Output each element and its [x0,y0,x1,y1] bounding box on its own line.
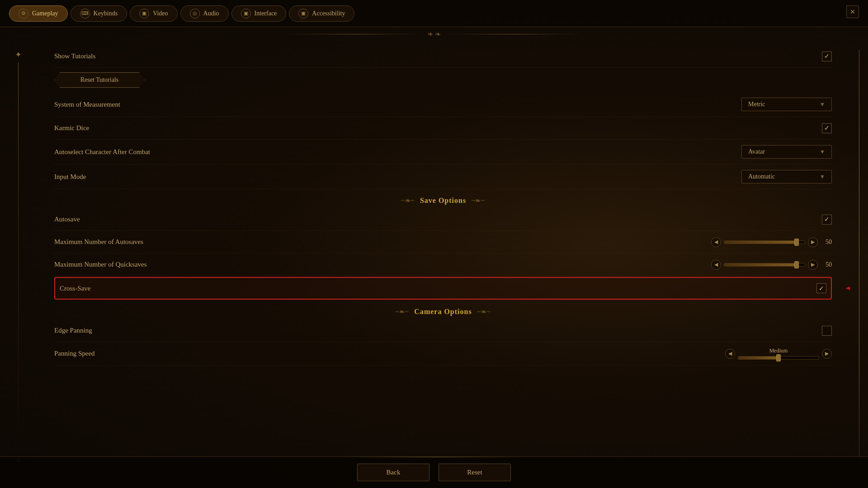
tab-keybinds[interactable]: ⌨ Keybinds [71,5,127,22]
tab-gameplay[interactable]: ⚙ Gameplay [9,5,68,22]
sidebar-line: ✦ ✦ [0,45,36,465]
right-vertical-line [859,50,859,465]
max-autosaves-row: Maximum Number of Autosaves ◀ ▶ 50 [54,231,832,253]
tab-accessibility[interactable]: ▣ Accessibility [289,5,354,22]
input-mode-row: Input Mode Automatic ▼ [54,164,832,189]
panning-speed-thumb[interactable] [776,354,781,361]
keybinds-icon: ⌨ [80,9,90,19]
max-autosaves-decrease[interactable]: ◀ [711,237,721,247]
sidebar-top-ornament: ✦ [15,50,22,60]
autosave-row: Autosave [54,208,832,231]
tab-keybinds-label: Keybinds [94,10,118,17]
settings-list: Show Tutorials Reset Tutorials System of… [36,45,850,465]
max-quicksaves-track [724,263,805,267]
autosave-label: Autosave [54,216,80,223]
cross-save-control [816,283,826,293]
tab-audio[interactable]: ◎ Audio [180,5,229,22]
sidebar-vertical-line [18,62,19,453]
video-icon: ▣ [139,9,149,19]
show-tutorials-checkbox[interactable] [822,52,832,61]
tab-interface[interactable]: ▣ Interface [231,5,287,22]
system-measurement-label: System of Measurement [54,101,120,108]
karmic-dice-checkbox[interactable] [822,123,832,133]
panning-speed-value-label: Medium [769,347,788,354]
tab-video[interactable]: ▣ Video [130,5,177,22]
show-tutorials-control [822,52,832,61]
karmic-dice-label: Karmic Dice [54,124,89,132]
cross-save-label: Cross-Save [60,285,90,292]
max-autosaves-control: ◀ ▶ 50 [711,237,832,247]
autoselect-label: Autoselect Character After Combat [54,148,150,156]
autosave-control [822,215,832,225]
show-tutorials-label: Show Tutorials [54,52,95,60]
divider-line-right [445,34,581,34]
edge-panning-checkbox[interactable] [822,326,832,336]
tab-audio-label: Audio [203,10,219,17]
save-options-deco-right: ~❧~ [472,197,485,205]
karmic-dice-row: Karmic Dice [54,117,832,140]
max-quicksaves-increase[interactable]: ▶ [808,260,818,270]
input-mode-label: Input Mode [54,173,86,181]
accessibility-icon: ▣ [298,9,308,19]
autoselect-value: Avatar [748,148,765,155]
cross-save-row: Cross-Save [54,277,832,300]
max-autosaves-fill [724,241,797,244]
input-mode-control: Automatic ▼ [741,170,832,183]
camera-options-deco-left: ~❧~ [396,308,409,316]
max-quicksaves-label: Maximum Number of Quicksaves [54,261,147,268]
panning-speed-slider-wrapper: Medium [738,347,819,360]
cross-save-checkbox[interactable] [816,283,826,293]
save-options-deco-left: ~❧~ [401,197,415,205]
edge-panning-control [822,326,832,336]
max-quicksaves-decrease[interactable]: ◀ [711,260,721,270]
edge-panning-row: Edge Panning [54,319,832,342]
divider-line-left [287,34,423,34]
panning-speed-label: Panning Speed [54,350,95,357]
save-options-header: ~❧~ Save Options ~❧~ [54,189,832,208]
max-autosaves-thumb[interactable] [794,239,799,246]
system-measurement-control: Metric ▼ [741,98,832,111]
audio-icon: ◎ [190,9,200,19]
panning-speed-control: ◀ Medium ▶ [725,347,832,360]
top-divider: ❧ ❧ [0,27,868,41]
divider-ornament: ❧ ❧ [427,30,441,38]
panning-speed-decrease[interactable]: ◀ [725,349,735,359]
input-mode-value: Automatic [748,173,775,180]
autoselect-control: Avatar ▼ [741,145,832,159]
max-quicksaves-control: ◀ ▶ 50 [711,260,832,270]
edge-panning-label: Edge Panning [54,327,92,334]
max-quicksaves-thumb[interactable] [794,261,799,268]
system-measurement-row: System of Measurement Metric ▼ [54,92,832,117]
max-autosaves-label: Maximum Number of Autosaves [54,238,143,246]
max-quicksaves-row: Maximum Number of Quicksaves ◀ ▶ 50 [54,253,832,276]
cross-save-container: Cross-Save [54,277,832,300]
max-quicksaves-fill [724,263,797,266]
close-button[interactable]: ✕ [846,5,859,18]
autoselect-arrow: ▼ [820,149,825,155]
input-mode-dropdown[interactable]: Automatic ▼ [741,170,832,183]
max-quicksaves-value: 50 [821,261,832,268]
interface-icon: ▣ [241,9,251,19]
autosave-checkbox[interactable] [822,215,832,225]
main-content: ✦ ✦ Show Tutorials Reset Tutorials Syste… [0,41,868,470]
camera-options-label: Camera Options [414,308,472,316]
max-autosaves-track [724,240,805,244]
reset-tutorials-button[interactable]: Reset Tutorials [54,72,145,88]
save-options-label: Save Options [420,197,466,205]
system-measurement-arrow: ▼ [820,101,825,108]
back-button[interactable]: Back [357,464,429,481]
right-decorative-line [850,45,868,465]
camera-options-header: ~❧~ Camera Options ~❧~ [54,300,832,319]
autoselect-dropdown[interactable]: Avatar ▼ [741,145,832,159]
tab-interface-label: Interface [255,10,277,17]
reset-button[interactable]: Reset [439,464,511,481]
bottom-bar: Back Reset [0,456,868,488]
bottom-divider [344,457,524,457]
input-mode-arrow: ▼ [820,174,825,180]
system-measurement-value: Metric [748,101,765,108]
max-autosaves-increase[interactable]: ▶ [808,237,818,247]
system-measurement-dropdown[interactable]: Metric ▼ [741,98,832,111]
panning-speed-increase[interactable]: ▶ [822,349,832,359]
nav-bar: ⚙ Gameplay ⌨ Keybinds ▣ Video ◎ Audio ▣ … [0,0,868,27]
cross-save-arrow-annotation [845,281,850,296]
